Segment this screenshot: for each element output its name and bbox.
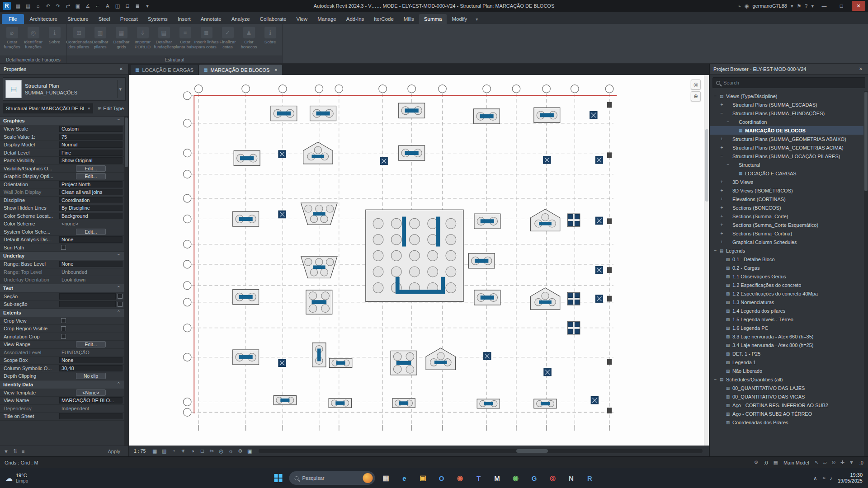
weather-widget[interactable]: ☁ 19°C Limpo [5, 473, 28, 484]
grid-bubble[interactable] [183, 398, 191, 406]
tree-toggle-icon[interactable]: + [719, 197, 725, 202]
collapse-icon[interactable]: ⌃ [117, 253, 121, 259]
dimension-icon[interactable]: ⌐ [93, 1, 102, 10]
menu-icon[interactable]: ▦ [14, 1, 23, 10]
property-checkbox[interactable] [61, 326, 66, 331]
tree-toggle-icon[interactable]: + [719, 239, 725, 244]
tree-item-1-6-legenda-pc[interactable]: ▧1.6 Legenda PC [710, 324, 863, 332]
select-underlay-icon[interactable]: ▱ [823, 460, 827, 465]
close-icon[interactable]: ✕ [857, 66, 864, 71]
zoom-icon[interactable]: ⊕ [691, 91, 701, 101]
text-icon[interactable]: A [103, 1, 112, 10]
taskbar-app-browser-2[interactable]: ◉ [508, 470, 524, 486]
grid-bubble[interactable] [315, 85, 323, 93]
crop-view-icon[interactable]: □ [198, 447, 206, 455]
drawing-canvas[interactable]: ◎⊕ [129, 75, 709, 446]
foundation-redge[interactable] [607, 102, 612, 108]
foundation-hcap[interactable] [477, 399, 500, 408]
reveal-hidden-icon[interactable]: ☼ [226, 447, 235, 455]
section-header-text[interactable]: Text⌃ [0, 284, 124, 293]
section-icon[interactable]: ⊟ [123, 1, 132, 10]
section-header-identity-data[interactable]: Identity Data⌃ [0, 380, 124, 389]
foundation-pent[interactable] [530, 209, 560, 231]
tree-toggle-icon[interactable]: − [712, 94, 718, 99]
foundation-bsq[interactable] [595, 295, 603, 303]
foundation-cap2[interactable] [468, 253, 495, 268]
ribbon-panel-label[interactable]: Detalhamento de Furações [0, 56, 66, 63]
tree-item-0-2-cargas[interactable]: ▧0.2 - Cargas [710, 263, 863, 272]
grid-bubble[interactable] [183, 149, 191, 157]
ribbon-tab-modify[interactable]: Modify [447, 14, 472, 24]
close-button[interactable]: ✕ [852, 1, 865, 11]
tree-item-structural-plans-summa-geometrias-acima[interactable]: +Structural Plans (SUMMA_GEOMETRIAS ACIM… [710, 143, 863, 152]
tree-toggle-icon[interactable]: + [719, 188, 725, 193]
ribbon-button-identificar-fura-es[interactable]: ◎Identificarfurações [23, 26, 44, 49]
foundation-vcap[interactable] [312, 343, 326, 367]
tree-item-coordenadas-dos-pilares[interactable]: ▥Coordenadas dos Pilares [710, 418, 863, 427]
taskbar-app-rstudio[interactable]: R [582, 470, 598, 486]
foundation-bsq[interactable] [484, 352, 491, 360]
foundation-trap[interactable] [301, 203, 337, 225]
properties-scrollbar[interactable] [124, 117, 128, 446]
section-header-graphics[interactable]: Graphics⌃ [0, 117, 124, 125]
tray-expand-icon[interactable]: ∧ [813, 475, 817, 481]
3d-view-icon[interactable]: ◫ [113, 1, 122, 10]
grid-bubble[interactable] [439, 85, 447, 93]
property-edit-button[interactable]: No clip [76, 373, 106, 379]
foundation-bsq[interactable] [595, 217, 603, 225]
property-value-field[interactable]: None [59, 261, 123, 267]
search-highlight-icon[interactable] [363, 473, 373, 483]
tree-toggle-icon[interactable]: + [719, 222, 725, 227]
tree-item-3d-views[interactable]: +3D Views [710, 178, 863, 186]
browser-search[interactable] [712, 77, 865, 88]
sort-icon[interactable]: ⇅ [13, 448, 17, 454]
property-value-field[interactable]: None [59, 236, 123, 243]
property-value-field[interactable]: Custom [59, 126, 123, 132]
ribbon-button-cotar-fura-es[interactable]: ⌀Cotarfurações [1, 26, 23, 49]
grid-bubble[interactable] [183, 215, 191, 223]
thin-lines-icon[interactable]: ≣ [133, 1, 142, 10]
foundation-hcap[interactable] [329, 358, 352, 367]
tree-toggle-icon[interactable]: − [725, 162, 731, 167]
ribbon-tab-annotate[interactable]: Annotate [196, 14, 226, 24]
foundation-redge[interactable] [607, 218, 612, 224]
foundation-cap2[interactable] [271, 106, 297, 121]
foundation-bsq[interactable] [590, 112, 597, 119]
tree-item-a-o-cortina-res-inferior-ao-sub2[interactable]: ▥Aço - CORTINA RES. INFERIOR AO SUB2 [710, 401, 863, 409]
revit-logo[interactable]: R [3, 2, 11, 10]
close-tab-icon[interactable]: ✕ [274, 68, 278, 72]
foundation-cap2[interactable] [233, 350, 259, 365]
foundation-bsq[interactable] [544, 368, 551, 376]
tree-item-00-quantitativo-das-lajes[interactable]: ▥00_QUANTITATIVO DAS LAJES [710, 384, 863, 392]
property-value-field[interactable]: MARCAÇÃO DE BLO... [59, 397, 123, 404]
property-edit-button[interactable]: Edit... [76, 341, 106, 347]
section-header-extents[interactable]: Extents⌃ [0, 309, 124, 317]
open-icon[interactable]: ⌂ [33, 1, 42, 10]
tree-toggle-icon[interactable]: − [719, 111, 725, 116]
tree-item-00-quantitativo-das-vigas[interactable]: ▥00_QUANTITATIVO DAS VIGAS [710, 392, 863, 401]
select-pinned-icon[interactable]: ⊙ [831, 460, 835, 465]
taskbar-app-outlook[interactable]: O [434, 470, 449, 486]
tree-item-structural[interactable]: −Structural [710, 160, 863, 169]
grid-bubble[interactable] [183, 408, 191, 416]
print-icon[interactable]: ▣ [73, 1, 82, 10]
ribbon-button-sobre[interactable]: ℹSobre [44, 26, 65, 49]
ribbon-tab-precast[interactable]: Precast [115, 14, 143, 24]
property-edit-button[interactable]: Edit... [76, 173, 106, 179]
tree-item-3d-views-isom-tricos[interactable]: +3D Views (ISOMÉTRICOS) [710, 186, 863, 195]
grid-bubble[interactable] [183, 324, 191, 332]
property-value-field[interactable]: Background [59, 213, 123, 219]
ribbon-tab-insert[interactable]: Insert [173, 14, 196, 24]
foundation-redge[interactable] [607, 296, 612, 302]
tree-item-elevations-cortinas[interactable]: +Elevations (CORTINAS) [710, 195, 863, 203]
vertical-scrollbar[interactable] [704, 75, 709, 446]
grid-bubble[interactable] [183, 194, 191, 202]
view-tab-loca-o-e-cargas[interactable]: ▦LOCAÇÃO E CARGAS [131, 65, 198, 75]
crop-region-icon[interactable]: ✂ [208, 447, 216, 455]
maximize-button[interactable]: □ [835, 1, 848, 11]
tree-item-sections-summa-corte-esquem-tico[interactable]: +Sections (Summa_Corte Esquemático) [710, 221, 863, 229]
sun-path-icon[interactable]: ☀ [179, 447, 187, 455]
tree-item-1-1-observa-es-gerais[interactable]: ▧1.1 Observações Gerais [710, 272, 863, 281]
grid-bubble[interactable] [242, 85, 250, 93]
grid-bubble[interactable] [542, 85, 551, 93]
